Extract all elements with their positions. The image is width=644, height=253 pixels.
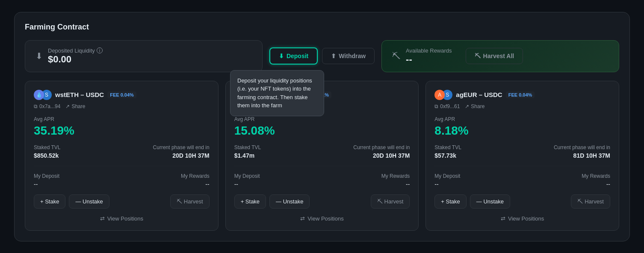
share-icon-0: ↗ (65, 103, 70, 109)
my-deposit-row-2: My Deposit -- My Rewards -- (434, 173, 610, 188)
view-positions-0[interactable]: ⇄ View Positions (34, 214, 210, 222)
my-deposit-2: My Deposit -- (434, 173, 460, 188)
harvest-button-2[interactable]: ⛏ Harvest (571, 194, 610, 209)
apr-section-1: Avg APR 15.08% (234, 116, 410, 138)
pair-name-2: agEUR – USDC (456, 91, 502, 98)
deposited-liquidity-info: Deposited Liquidity i $0.00 (48, 47, 103, 65)
my-deposit-1: My Deposit -- (234, 173, 260, 188)
address-2: ⧉ 0xf9...61 (434, 103, 460, 109)
withdraw-icon: ⬆ (331, 53, 336, 59)
stats-row-2: Staked TVL $57.73k Current phase will en… (434, 144, 610, 166)
rewards-info: Available Rewards -- (406, 47, 452, 65)
stake-button-1[interactable]: + Stake (234, 194, 266, 209)
token1-icon-2: A (434, 90, 445, 100)
harvest-icon-1: ⛏ (377, 198, 383, 205)
share-link-0[interactable]: ↗ Share (65, 103, 85, 109)
harvest-icon: ⛏ (475, 53, 481, 59)
harvest-icon-2: ⛏ (577, 198, 583, 205)
token-icons-2: A S (434, 90, 452, 100)
card-header-2: A S agEUR – USDC FEE 0.04% (434, 90, 610, 100)
apr-value-0: 35.19% (34, 124, 210, 138)
staked-tvl-0: Staked TVL $850.52k (34, 144, 60, 159)
fee-badge-0: FEE 0.04% (107, 91, 136, 98)
apr-value-2: 8.18% (434, 124, 610, 138)
my-rewards-1: My Rewards -- (381, 173, 410, 188)
info-icon: i (97, 47, 103, 53)
my-rewards-2: My Rewards -- (582, 173, 610, 188)
my-deposit-row-1: My Deposit -- My Rewards -- (234, 173, 410, 188)
stats-row-0: Staked TVL $850.52k Current phase will e… (34, 144, 210, 166)
phase-end-2: Current phase will end in 81D 10H 37M (554, 144, 610, 159)
positions-icon-2: ⇄ (501, 215, 505, 222)
apr-label-0: Avg APR (34, 116, 210, 122)
copy-icon-2: ⧉ (434, 103, 438, 109)
view-positions-1[interactable]: ⇄ View Positions (234, 214, 410, 222)
page-title: Farming Contract (25, 23, 619, 32)
deposited-liquidity-value: $0.00 (48, 54, 103, 65)
harvest-button-1[interactable]: ⛏ Harvest (371, 194, 410, 209)
unstake-button-2[interactable]: — Unstake (470, 194, 510, 209)
available-rewards-panel: ⛏ Available Rewards -- ⛏ Harvest All (381, 40, 619, 72)
apr-value-1: 15.08% (234, 124, 410, 138)
copy-icon-0: ⧉ (34, 103, 38, 109)
unstake-button-1[interactable]: — Unstake (269, 194, 310, 209)
apr-section-0: Avg APR 35.19% (34, 116, 210, 138)
view-positions-2[interactable]: ⇄ View Positions (434, 214, 610, 222)
card-actions-0: + Stake — Unstake ⛏ Harvest (34, 194, 210, 209)
deposit-tooltip: Deposit your liquidity positions (i.e. y… (230, 70, 324, 116)
rewards-label: Available Rewards (406, 47, 452, 54)
apr-section-2: Avg APR 8.18% (434, 116, 610, 138)
harvest-button-0[interactable]: ⛏ Harvest (170, 194, 210, 209)
share-link-2[interactable]: ↗ Share (465, 103, 484, 109)
card-header-0: 💧 S wstETH – USDC FEE 0.04% (34, 90, 210, 100)
top-actions: ⬇ Deposit ⬆ Withdraw (269, 40, 375, 72)
harvest-all-button[interactable]: ⛏ Harvest All (466, 48, 523, 64)
pair-name-0: wstETH – USDC (55, 91, 104, 98)
deposited-liquidity-label: Deposited Liquidity i (48, 47, 103, 54)
deposit-icon-btn: ⬇ (279, 53, 284, 59)
stake-button-2[interactable]: + Stake (434, 194, 466, 209)
farming-contract-container: Farming Contract Deposit your liquidity … (14, 12, 630, 241)
staked-tvl-1: Staked TVL $1.47m (234, 144, 261, 159)
withdraw-button[interactable]: ⬆ Withdraw (322, 48, 375, 64)
card-address-0: ⧉ 0x7a...94 ↗ Share (34, 103, 210, 109)
download-icon: ⬇ (35, 51, 43, 61)
stake-button-0[interactable]: + Stake (34, 194, 65, 209)
positions-icon-1: ⇄ (300, 215, 305, 222)
phase-end-1: Current phase will end in 20D 10H 37M (353, 144, 410, 159)
apr-label-2: Avg APR (434, 116, 610, 122)
farm-card-0: 💧 S wstETH – USDC FEE 0.04% ⧉ 0x7a...94 … (25, 81, 219, 231)
rewards-value: -- (406, 54, 452, 65)
unstake-button-0[interactable]: — Unstake (69, 194, 109, 209)
deposit-button[interactable]: ⬇ Deposit (269, 47, 318, 65)
positions-icon-0: ⇄ (100, 215, 105, 222)
fee-badge-2: FEE 0.04% (506, 91, 535, 98)
apr-label-1: Avg APR (234, 116, 410, 122)
farm-card-2: A S agEUR – USDC FEE 0.04% ⧉ 0xf9...61 ↗… (425, 81, 619, 231)
top-bar: ⬇ Deposited Liquidity i $0.00 ⬇ Deposit … (25, 40, 619, 72)
stats-row-1: Staked TVL $1.47m Current phase will end… (234, 144, 410, 166)
my-deposit-0: My Deposit -- (34, 173, 59, 188)
share-icon-2: ↗ (465, 103, 469, 109)
token1-icon-0: 💧 (34, 90, 44, 100)
pickaxe-icon: ⛏ (392, 51, 401, 61)
deposited-liquidity-panel: ⬇ Deposited Liquidity i $0.00 (25, 40, 263, 72)
card-actions-2: + Stake — Unstake ⛏ Harvest (434, 194, 610, 209)
my-deposit-row-0: My Deposit -- My Rewards -- (34, 173, 210, 188)
phase-end-0: Current phase will end in 20D 10H 37M (153, 144, 210, 159)
my-rewards-0: My Rewards -- (181, 173, 210, 188)
card-address-2: ⧉ 0xf9...61 ↗ Share (434, 103, 610, 109)
card-actions-1: + Stake — Unstake ⛏ Harvest (234, 194, 410, 209)
address-0: ⧉ 0x7a...94 (34, 103, 60, 109)
staked-tvl-2: Staked TVL $57.73k (434, 144, 461, 159)
harvest-icon-0: ⛏ (177, 198, 182, 205)
token-icons-0: 💧 S (34, 90, 52, 100)
